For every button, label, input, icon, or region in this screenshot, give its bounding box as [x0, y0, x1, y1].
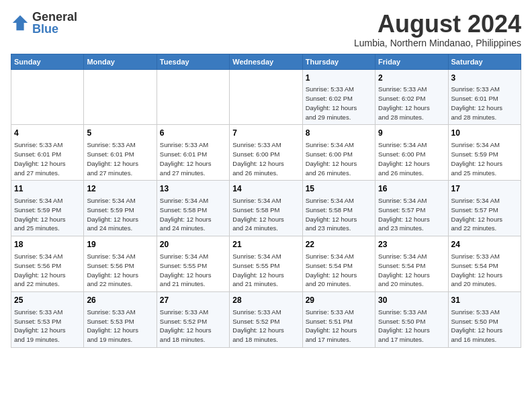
- calendar-cell: [84, 69, 157, 125]
- logo-text: General Blue: [32, 11, 77, 35]
- weekday-header: SundayMondayTuesdayWednesdayThursdayFrid…: [11, 54, 521, 69]
- day-info: Sunrise: 5:33 AM Sunset: 6:01 PM Dayligh…: [87, 140, 153, 177]
- day-number: 16: [378, 183, 445, 195]
- logo: General Blue: [11, 11, 77, 35]
- calendar-cell: 27Sunrise: 5:33 AM Sunset: 5:52 PM Dayli…: [157, 292, 229, 348]
- calendar-cell: 28Sunrise: 5:33 AM Sunset: 5:52 PM Dayli…: [230, 292, 302, 348]
- calendar-cell: 15Sunrise: 5:34 AM Sunset: 5:58 PM Dayli…: [302, 181, 375, 236]
- day-info: Sunrise: 5:34 AM Sunset: 6:00 PM Dayligh…: [378, 140, 445, 177]
- calendar-week-2: 11Sunrise: 5:34 AM Sunset: 5:59 PM Dayli…: [11, 181, 521, 236]
- calendar-cell: 18Sunrise: 5:34 AM Sunset: 5:56 PM Dayli…: [11, 236, 84, 292]
- calendar-week-4: 25Sunrise: 5:33 AM Sunset: 5:53 PM Dayli…: [11, 292, 521, 348]
- calendar-body: 1Sunrise: 5:33 AM Sunset: 6:02 PM Daylig…: [11, 69, 521, 347]
- calendar-title: August 2024: [354, 11, 521, 38]
- calendar-cell: 25Sunrise: 5:33 AM Sunset: 5:53 PM Dayli…: [11, 292, 84, 348]
- day-info: Sunrise: 5:33 AM Sunset: 5:50 PM Dayligh…: [378, 308, 445, 345]
- calendar-cell: 21Sunrise: 5:34 AM Sunset: 5:55 PM Dayli…: [230, 236, 302, 292]
- calendar-cell: 10Sunrise: 5:34 AM Sunset: 5:59 PM Dayli…: [448, 125, 521, 181]
- day-number: 26: [87, 295, 153, 306]
- weekday-header-monday: Monday: [84, 54, 157, 69]
- calendar-cell: 12Sunrise: 5:34 AM Sunset: 5:59 PM Dayli…: [84, 181, 157, 236]
- calendar-cell: 11Sunrise: 5:34 AM Sunset: 5:59 PM Dayli…: [11, 181, 84, 236]
- day-number: 7: [232, 128, 299, 139]
- day-number: 8: [306, 128, 372, 139]
- day-info: Sunrise: 5:33 AM Sunset: 5:50 PM Dayligh…: [451, 308, 518, 345]
- calendar-cell: 16Sunrise: 5:34 AM Sunset: 5:57 PM Dayli…: [375, 181, 448, 236]
- calendar-cell: 4Sunrise: 5:33 AM Sunset: 6:01 PM Daylig…: [11, 125, 84, 181]
- day-info: Sunrise: 5:33 AM Sunset: 6:01 PM Dayligh…: [160, 140, 226, 177]
- day-info: Sunrise: 5:34 AM Sunset: 5:59 PM Dayligh…: [87, 196, 153, 233]
- day-info: Sunrise: 5:34 AM Sunset: 5:59 PM Dayligh…: [14, 196, 81, 233]
- day-number: 31: [451, 295, 518, 306]
- calendar-cell: 8Sunrise: 5:34 AM Sunset: 6:00 PM Daylig…: [302, 125, 375, 181]
- day-number: 20: [160, 239, 226, 250]
- day-number: 4: [14, 128, 81, 139]
- day-number: 13: [160, 183, 226, 195]
- day-info: Sunrise: 5:34 AM Sunset: 5:59 PM Dayligh…: [451, 140, 518, 177]
- day-number: 1: [306, 73, 372, 84]
- calendar-cell: 20Sunrise: 5:34 AM Sunset: 5:55 PM Dayli…: [157, 236, 229, 292]
- day-number: 30: [378, 295, 445, 306]
- day-number: 27: [160, 295, 226, 306]
- calendar-cell: 22Sunrise: 5:34 AM Sunset: 5:54 PM Dayli…: [302, 236, 375, 292]
- day-number: 10: [451, 128, 518, 139]
- day-number: 28: [232, 295, 299, 306]
- day-number: 29: [306, 295, 372, 306]
- day-number: 25: [14, 295, 81, 306]
- day-number: 17: [451, 183, 518, 195]
- calendar-week-0: 1Sunrise: 5:33 AM Sunset: 6:02 PM Daylig…: [11, 69, 521, 125]
- calendar-cell: 3Sunrise: 5:33 AM Sunset: 6:01 PM Daylig…: [448, 69, 521, 125]
- calendar-cell: 6Sunrise: 5:33 AM Sunset: 6:01 PM Daylig…: [157, 125, 229, 181]
- calendar-cell: [11, 69, 84, 125]
- calendar-cell: 1Sunrise: 5:33 AM Sunset: 6:02 PM Daylig…: [302, 69, 375, 125]
- calendar-cell: [157, 69, 229, 125]
- calendar-table: SundayMondayTuesdayWednesdayThursdayFrid…: [11, 54, 521, 348]
- day-info: Sunrise: 5:34 AM Sunset: 5:56 PM Dayligh…: [87, 252, 153, 289]
- logo-blue: Blue: [32, 22, 58, 36]
- day-info: Sunrise: 5:33 AM Sunset: 5:53 PM Dayligh…: [87, 308, 153, 345]
- calendar-cell: 17Sunrise: 5:34 AM Sunset: 5:57 PM Dayli…: [448, 181, 521, 236]
- weekday-header-wednesday: Wednesday: [230, 54, 302, 69]
- day-info: Sunrise: 5:33 AM Sunset: 6:01 PM Dayligh…: [451, 85, 518, 122]
- calendar-cell: 23Sunrise: 5:34 AM Sunset: 5:54 PM Dayli…: [375, 236, 448, 292]
- day-number: 6: [160, 128, 226, 139]
- day-number: 19: [87, 239, 153, 250]
- calendar-cell: 14Sunrise: 5:34 AM Sunset: 5:58 PM Dayli…: [230, 181, 302, 236]
- day-info: Sunrise: 5:34 AM Sunset: 5:55 PM Dayligh…: [160, 252, 226, 289]
- day-number: 11: [14, 183, 81, 195]
- day-info: Sunrise: 5:33 AM Sunset: 5:52 PM Dayligh…: [160, 308, 226, 345]
- day-info: Sunrise: 5:34 AM Sunset: 5:57 PM Dayligh…: [451, 196, 518, 233]
- day-number: 21: [232, 239, 299, 250]
- calendar-week-3: 18Sunrise: 5:34 AM Sunset: 5:56 PM Dayli…: [11, 236, 521, 292]
- day-number: 9: [378, 128, 445, 139]
- weekday-header-friday: Friday: [375, 54, 448, 69]
- calendar-cell: 30Sunrise: 5:33 AM Sunset: 5:50 PM Dayli…: [375, 292, 448, 348]
- day-info: Sunrise: 5:33 AM Sunset: 6:02 PM Dayligh…: [306, 85, 372, 122]
- weekday-header-tuesday: Tuesday: [157, 54, 229, 69]
- calendar-cell: 9Sunrise: 5:34 AM Sunset: 6:00 PM Daylig…: [375, 125, 448, 181]
- calendar-cell: 5Sunrise: 5:33 AM Sunset: 6:01 PM Daylig…: [84, 125, 157, 181]
- calendar-week-1: 4Sunrise: 5:33 AM Sunset: 6:01 PM Daylig…: [11, 125, 521, 181]
- weekday-header-thursday: Thursday: [302, 54, 375, 69]
- day-info: Sunrise: 5:34 AM Sunset: 5:54 PM Dayligh…: [378, 252, 445, 289]
- day-info: Sunrise: 5:34 AM Sunset: 6:00 PM Dayligh…: [306, 140, 372, 177]
- day-number: 3: [451, 73, 518, 84]
- logo-icon: [11, 13, 30, 32]
- calendar-cell: [230, 69, 302, 125]
- calendar-cell: 2Sunrise: 5:33 AM Sunset: 6:02 PM Daylig…: [375, 69, 448, 125]
- day-info: Sunrise: 5:33 AM Sunset: 6:01 PM Dayligh…: [14, 140, 81, 177]
- day-number: 22: [306, 239, 372, 250]
- day-info: Sunrise: 5:33 AM Sunset: 5:54 PM Dayligh…: [451, 252, 518, 289]
- day-info: Sunrise: 5:33 AM Sunset: 5:53 PM Dayligh…: [14, 308, 81, 345]
- day-info: Sunrise: 5:33 AM Sunset: 5:52 PM Dayligh…: [232, 308, 299, 345]
- calendar-cell: 13Sunrise: 5:34 AM Sunset: 5:58 PM Dayli…: [157, 181, 229, 236]
- day-number: 14: [232, 183, 299, 195]
- weekday-header-saturday: Saturday: [448, 54, 521, 69]
- day-number: 12: [87, 183, 153, 195]
- day-info: Sunrise: 5:34 AM Sunset: 5:55 PM Dayligh…: [232, 252, 299, 289]
- day-number: 15: [306, 183, 372, 195]
- calendar-cell: 24Sunrise: 5:33 AM Sunset: 5:54 PM Dayli…: [448, 236, 521, 292]
- day-number: 5: [87, 128, 153, 139]
- calendar-cell: 26Sunrise: 5:33 AM Sunset: 5:53 PM Dayli…: [84, 292, 157, 348]
- day-info: Sunrise: 5:33 AM Sunset: 6:02 PM Dayligh…: [378, 85, 445, 122]
